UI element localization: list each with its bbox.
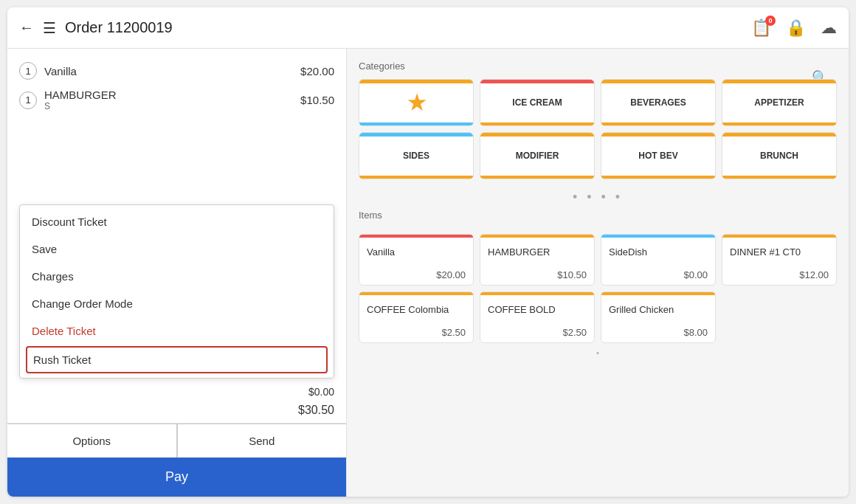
item-card-name-1: HAMBURGER: [488, 246, 587, 258]
order-item[interactable]: 1 Vanilla $20.00: [19, 58, 334, 84]
category-label-1: ICE CREAM: [512, 97, 562, 108]
item-card-name-0: Vanilla: [367, 246, 466, 258]
item-card-name-6: Grilled Chicken: [609, 304, 708, 315]
star-icon: ★: [407, 91, 426, 115]
save-item[interactable]: Save: [20, 235, 334, 263]
category-card-2[interactable]: BEVERAGES: [601, 79, 716, 126]
item-card-2[interactable]: SideDish$0.00: [601, 234, 716, 286]
cloud-icon-btn[interactable]: ☁: [821, 18, 837, 38]
category-label-5: MODIFIER: [516, 151, 559, 161]
category-card-5[interactable]: MODIFIER: [480, 132, 595, 179]
action-buttons: Options Send: [7, 423, 346, 458]
item-card-price-3: $12.00: [730, 269, 829, 280]
items-label: Items: [359, 210, 837, 221]
category-card-7[interactable]: BRUNCH: [722, 132, 837, 179]
lock-icon-btn[interactable]: 🔒: [786, 18, 806, 38]
order-item[interactable]: 1 HAMBURGER S $10.50: [19, 84, 334, 116]
item-card-price-5: $2.50: [488, 327, 587, 338]
total-value: $30.50: [298, 404, 334, 417]
item-card-price-0: $20.00: [367, 269, 466, 280]
item-card-price-6: $8.00: [609, 327, 708, 338]
order-items-list: 1 Vanilla $20.00 1 HAMBURGER S $10.50: [7, 49, 346, 204]
category-card-0[interactable]: ★: [359, 79, 474, 126]
item-name-2: HAMBURGER: [44, 89, 293, 101]
item-price-2: $10.50: [300, 94, 334, 106]
categories-header: Categories 🔍: [359, 61, 837, 79]
item-card-0[interactable]: Vanilla$20.00: [359, 234, 474, 286]
item-card-price-4: $2.50: [367, 327, 466, 338]
item-card-5[interactable]: COFFEE BOLD$2.50: [480, 291, 595, 343]
orders-icon-btn[interactable]: 📋 0: [751, 18, 771, 38]
category-card-1[interactable]: ICE CREAM: [480, 79, 595, 126]
item-price-1: $20.00: [300, 65, 334, 77]
header-left: ← ☰ Order 11200019: [19, 19, 751, 37]
discount-row: $0.00: [7, 383, 346, 401]
item-card-name-3: DINNER #1 CT0: [730, 246, 829, 258]
order-title: Order 11200019: [65, 19, 173, 36]
rush-ticket-item[interactable]: Rush Ticket: [26, 346, 328, 373]
item-card-6[interactable]: Grilled Chicken$8.00: [601, 291, 716, 343]
category-label-3: APPETIZER: [754, 97, 804, 108]
back-icon[interactable]: ←: [19, 19, 34, 36]
item-name-block-2: HAMBURGER S: [44, 89, 293, 111]
dropdown-menu: Discount Ticket Save Charges Change Orde…: [19, 204, 334, 379]
pagination-dots: • • • •: [359, 190, 837, 205]
charges-item[interactable]: Charges: [20, 263, 334, 290]
category-label-4: SIDES: [403, 151, 429, 161]
item-card-4[interactable]: COFFEE Colombia$2.50: [359, 291, 474, 343]
discount-value: $0.00: [308, 386, 334, 398]
categories-grid: ★ICE CREAMBEVERAGESAPPETIZERSIDESMODIFIE…: [359, 79, 837, 179]
item-card-1[interactable]: HAMBURGER$10.50: [480, 234, 595, 286]
category-card-3[interactable]: APPETIZER: [722, 79, 837, 126]
categories-label: Categories: [359, 61, 837, 72]
item-qty-1: 1: [19, 62, 37, 80]
pay-button[interactable]: Pay: [7, 458, 346, 497]
bottom-dot: •: [359, 349, 837, 357]
category-card-6[interactable]: HOT BEV: [601, 132, 716, 179]
item-card-name-2: SideDish: [609, 246, 708, 258]
item-qty-2: 1: [19, 92, 37, 109]
change-order-mode-item[interactable]: Change Order Mode: [20, 290, 334, 317]
total-row: $30.50: [7, 401, 346, 423]
items-grid: Vanilla$20.00HAMBURGER$10.50SideDish$0.0…: [359, 234, 837, 343]
category-label-6: HOT BEV: [638, 151, 677, 161]
item-sub-2: S: [44, 101, 293, 111]
main-content: 1 Vanilla $20.00 1 HAMBURGER S $10.50 Di…: [7, 49, 849, 497]
left-panel: 1 Vanilla $20.00 1 HAMBURGER S $10.50 Di…: [7, 49, 347, 497]
item-card-price-1: $10.50: [488, 269, 587, 280]
category-card-4[interactable]: SIDES: [359, 132, 474, 179]
item-name-1: Vanilla: [44, 65, 293, 77]
header-right: 📋 0 🔒 ☁: [751, 18, 837, 38]
delete-ticket-item[interactable]: Delete Ticket: [20, 317, 334, 345]
item-card-price-2: $0.00: [609, 269, 708, 280]
right-panel: Categories 🔍 ★ICE CREAMBEVERAGESAPPETIZE…: [347, 49, 849, 497]
send-button[interactable]: Send: [177, 424, 347, 458]
header: ← ☰ Order 11200019 📋 0 🔒 ☁: [7, 7, 849, 49]
item-card-name-5: COFFEE BOLD: [488, 304, 587, 315]
discount-ticket-item[interactable]: Discount Ticket: [20, 208, 334, 235]
item-card-name-4: COFFEE Colombia: [367, 304, 466, 315]
category-label-2: BEVERAGES: [630, 97, 686, 108]
item-card-3[interactable]: DINNER #1 CT0$12.00: [722, 234, 837, 286]
menu-icon[interactable]: ☰: [43, 19, 56, 37]
orders-badge: 0: [765, 15, 776, 26]
options-button[interactable]: Options: [7, 424, 177, 458]
category-label-7: BRUNCH: [760, 151, 798, 161]
